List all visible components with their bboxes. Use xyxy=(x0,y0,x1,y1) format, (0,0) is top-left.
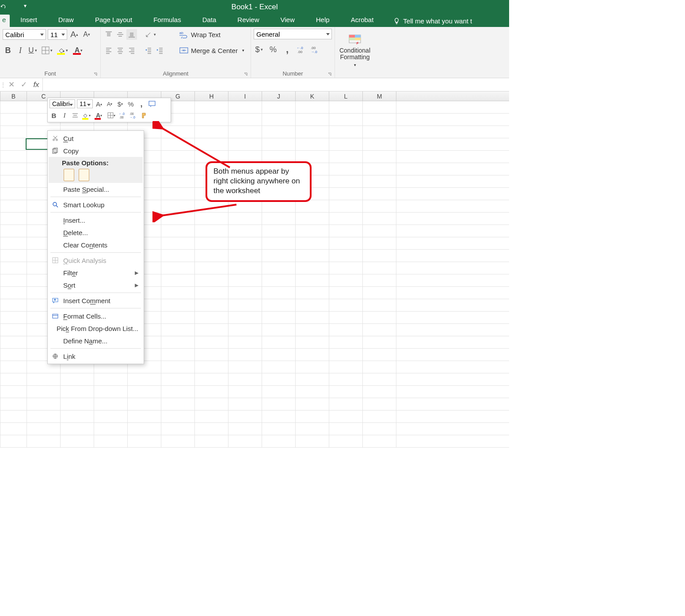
align-right-icon[interactable] xyxy=(126,45,137,56)
ctx-smart-lookup[interactable]: Smart Lookup xyxy=(49,198,143,211)
svg-text:→.0: →.0 xyxy=(129,116,135,119)
wrap-text-button[interactable]: ab Wrap Text xyxy=(177,29,247,40)
mini-increase-decimal-icon[interactable]: ←.0.00 xyxy=(118,110,127,121)
align-top-icon[interactable] xyxy=(103,29,114,40)
search-icon xyxy=(51,201,59,209)
grid-row[interactable] xyxy=(0,411,509,423)
underline-icon[interactable]: U▾ xyxy=(27,45,38,56)
tab-view[interactable]: View xyxy=(270,15,305,27)
decrease-font-size-icon[interactable]: A▾ xyxy=(81,29,92,40)
grid-row[interactable] xyxy=(0,373,509,386)
mini-decrease-font-icon[interactable]: A▾ xyxy=(105,99,114,109)
grid-row[interactable] xyxy=(0,435,509,448)
alignment-dialog-launcher-icon[interactable] xyxy=(244,72,248,76)
decrease-decimal-icon[interactable]: .00→.0 xyxy=(310,44,321,55)
column-header[interactable]: H xyxy=(195,91,228,101)
tab-draw[interactable]: Draw xyxy=(48,15,84,27)
mini-format-painter-icon[interactable] xyxy=(140,110,148,121)
column-header[interactable]: K xyxy=(296,91,329,101)
paste-option-2-icon[interactable] xyxy=(79,169,89,181)
ctx-copy[interactable]: Copy xyxy=(49,144,143,157)
mini-accounting-icon[interactable]: $▾ xyxy=(116,99,125,109)
ctx-pick-from-list[interactable]: Pick From Drop-down List... xyxy=(49,322,143,335)
borders-icon[interactable]: ▾ xyxy=(40,45,54,56)
ctx-link[interactable]: Link xyxy=(49,350,143,362)
grid-row[interactable] xyxy=(0,386,509,398)
align-middle-icon[interactable] xyxy=(115,29,126,40)
merge-center-icon xyxy=(179,47,188,54)
number-dialog-launcher-icon[interactable] xyxy=(327,72,332,76)
ctx-insert[interactable]: Insert... xyxy=(49,214,143,226)
group-alignment: ▾ ab Wrap Text Merge & Ce xyxy=(101,27,251,78)
cancel-icon[interactable]: ✕ xyxy=(5,80,18,89)
ctx-format-cells[interactable]: Format Cells... xyxy=(49,310,143,322)
tab-review[interactable]: Review xyxy=(227,15,270,27)
column-header[interactable]: J xyxy=(262,91,296,101)
align-center-icon[interactable] xyxy=(115,45,126,56)
increase-decimal-icon[interactable]: ←.0.00 xyxy=(296,44,307,55)
mini-italic-icon[interactable]: I xyxy=(60,110,69,121)
fx-icon[interactable]: fx xyxy=(30,80,42,89)
percent-format-icon[interactable]: % xyxy=(268,44,278,55)
increase-indent-icon[interactable] xyxy=(155,45,165,56)
tab-acrobat[interactable]: Acrobat xyxy=(340,15,384,27)
tab-formulas[interactable]: Formulas xyxy=(143,15,192,27)
conditional-formatting-button[interactable]: ≠ Conditional Formatting ▾ xyxy=(338,29,372,68)
column-header[interactable]: B xyxy=(0,91,27,101)
increase-font-size-icon[interactable]: A▴ xyxy=(69,29,80,40)
tab-data[interactable]: Data xyxy=(192,15,227,27)
ctx-sort[interactable]: Sort▶ xyxy=(49,279,143,291)
ctx-clear-contents[interactable]: Clear Contents xyxy=(49,239,143,251)
mini-font-name-combo[interactable]: Calibri xyxy=(49,99,75,108)
mini-fill-color-icon[interactable]: ▾ xyxy=(81,110,92,121)
mini-percent-icon[interactable]: % xyxy=(126,99,135,109)
ctx-delete[interactable]: Delete... xyxy=(49,226,143,239)
column-header[interactable]: L xyxy=(329,91,363,101)
orientation-icon[interactable]: ▾ xyxy=(143,29,157,40)
tab-page-layout[interactable]: Page Layout xyxy=(84,15,143,27)
ctx-cut[interactable]: Cut xyxy=(49,132,143,144)
paste-option-1-icon[interactable] xyxy=(64,169,74,181)
svg-text:≠: ≠ xyxy=(356,41,359,46)
mini-increase-font-icon[interactable]: A▴ xyxy=(95,99,103,109)
accounting-format-icon[interactable]: $▾ xyxy=(254,44,264,55)
tab-insert[interactable]: Insert xyxy=(10,15,48,27)
confirm-icon[interactable]: ✓ xyxy=(18,80,30,89)
bold-icon[interactable]: B xyxy=(3,45,13,56)
tab-help[interactable]: Help xyxy=(305,15,340,27)
mini-align-center-icon[interactable] xyxy=(71,110,80,121)
mini-decrease-decimal-icon[interactable]: .00→.0 xyxy=(129,110,138,121)
decrease-indent-icon[interactable] xyxy=(143,45,154,56)
svg-rect-8 xyxy=(349,35,355,38)
grid-row[interactable] xyxy=(0,423,509,435)
tell-me-search[interactable]: Tell me what you want t xyxy=(384,15,472,27)
mini-font-size-combo[interactable]: 11 xyxy=(77,99,93,108)
svg-rect-9 xyxy=(355,35,361,38)
number-format-combo[interactable]: General xyxy=(254,29,332,39)
ctx-define-name[interactable]: Define Name... xyxy=(49,335,143,347)
mini-format-painter-like-icon[interactable] xyxy=(148,99,156,109)
column-header[interactable]: M xyxy=(363,91,396,101)
font-size-combo[interactable]: 11 xyxy=(48,29,67,40)
formula-bar-handle-icon[interactable]: ⋮ xyxy=(0,81,5,88)
font-color-icon[interactable]: A ▾ xyxy=(72,45,86,56)
align-left-icon[interactable] xyxy=(103,45,114,56)
ctx-paste-special[interactable]: Paste Special... xyxy=(49,183,143,195)
fill-color-icon[interactable]: ▾ xyxy=(56,45,70,56)
formula-input[interactable] xyxy=(42,78,509,91)
mini-font-color-icon[interactable]: A▾ xyxy=(94,110,104,121)
ctx-filter[interactable]: Filter▶ xyxy=(49,266,143,279)
grid-row[interactable] xyxy=(0,398,509,411)
ctx-insert-comment[interactable]: + Insert Comment xyxy=(49,294,143,307)
mini-bold-icon[interactable]: B xyxy=(49,110,58,121)
column-header[interactable]: I xyxy=(228,91,262,101)
merge-center-button[interactable]: Merge & Center ▾ xyxy=(177,45,247,56)
font-name-combo[interactable]: Calibri xyxy=(3,29,46,40)
mini-comma-icon[interactable]: , xyxy=(137,99,146,109)
mini-borders-icon[interactable]: ▾ xyxy=(106,110,117,121)
align-bottom-icon[interactable] xyxy=(126,29,137,40)
tab-home-active[interactable]: e xyxy=(0,15,10,27)
comma-format-icon[interactable]: , xyxy=(282,44,293,55)
italic-icon[interactable]: I xyxy=(15,45,26,56)
font-dialog-launcher-icon[interactable] xyxy=(93,72,98,76)
